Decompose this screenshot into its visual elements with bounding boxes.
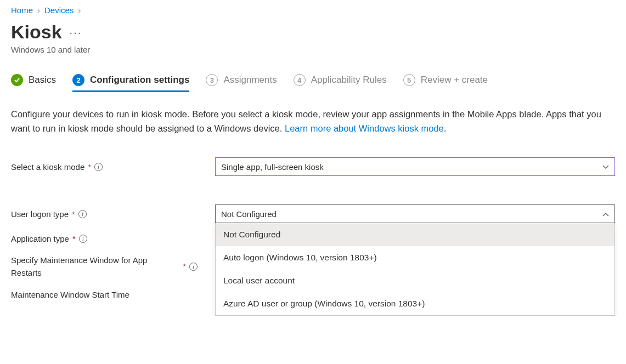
step-number-icon: 5 xyxy=(403,74,415,86)
chevron-right-icon: › xyxy=(37,5,40,15)
step-configuration-settings[interactable]: 2 Configuration settings xyxy=(72,74,189,92)
dropdown-option-not-configured[interactable]: Not Configured xyxy=(216,223,614,246)
dropdown-option-local-user[interactable]: Local user account xyxy=(216,269,614,292)
step-number-icon: 4 xyxy=(294,74,306,86)
logon-type-select[interactable]: Not Configured xyxy=(215,204,615,223)
step-assignments[interactable]: 3 Assignments xyxy=(206,74,277,92)
step-basics[interactable]: Basics xyxy=(11,74,56,92)
logon-type-label: User logon type xyxy=(11,209,69,219)
more-options-icon[interactable]: ··· xyxy=(70,22,82,42)
required-asterisk: * xyxy=(72,234,76,243)
wizard-steps: Basics 2 Configuration settings 3 Assign… xyxy=(11,74,615,92)
info-icon[interactable]: i xyxy=(78,210,87,218)
step-number-icon: 2 xyxy=(72,74,84,86)
kiosk-mode-label: Select a kiosk mode xyxy=(11,162,84,172)
dropdown-option-auto-logon[interactable]: Auto logon (Windows 10, version 1803+) xyxy=(216,246,614,269)
kiosk-mode-select[interactable]: Single app, full-screen kiosk xyxy=(215,157,615,176)
dropdown-option-azure-ad[interactable]: Azure AD user or group (Windows 10, vers… xyxy=(216,292,614,315)
description-text: Configure your devices to run in kiosk m… xyxy=(11,107,614,135)
required-asterisk: * xyxy=(88,162,91,172)
maintenance-start-label: Maintenance Window Start Time xyxy=(11,290,129,299)
check-icon xyxy=(11,74,23,86)
info-icon[interactable]: i xyxy=(94,163,103,171)
required-asterisk: * xyxy=(183,260,186,273)
learn-more-link[interactable]: Learn more about Windows kiosk mode xyxy=(285,123,444,133)
maintenance-window-label: Specify Maintenance Window for App Resta… xyxy=(11,254,179,279)
chevron-up-icon xyxy=(602,210,609,218)
chevron-down-icon xyxy=(602,163,609,171)
info-icon[interactable]: i xyxy=(189,263,198,271)
application-type-label: Application type xyxy=(11,234,69,243)
logon-type-dropdown: Not Configured Auto logon (Windows 10, v… xyxy=(215,223,615,316)
page-subtitle: Windows 10 and later xyxy=(11,45,615,54)
chevron-right-icon: › xyxy=(78,5,81,15)
required-asterisk: * xyxy=(72,209,75,219)
step-number-icon: 3 xyxy=(206,74,218,86)
breadcrumb-home[interactable]: Home xyxy=(11,5,33,15)
breadcrumb: Home › Devices › xyxy=(11,5,615,15)
step-applicability-rules[interactable]: 4 Applicability Rules xyxy=(294,74,387,92)
page-title: Kiosk xyxy=(11,21,62,43)
info-icon[interactable]: i xyxy=(79,235,87,243)
breadcrumb-devices[interactable]: Devices xyxy=(44,5,74,15)
step-review-create[interactable]: 5 Review + create xyxy=(403,74,488,92)
